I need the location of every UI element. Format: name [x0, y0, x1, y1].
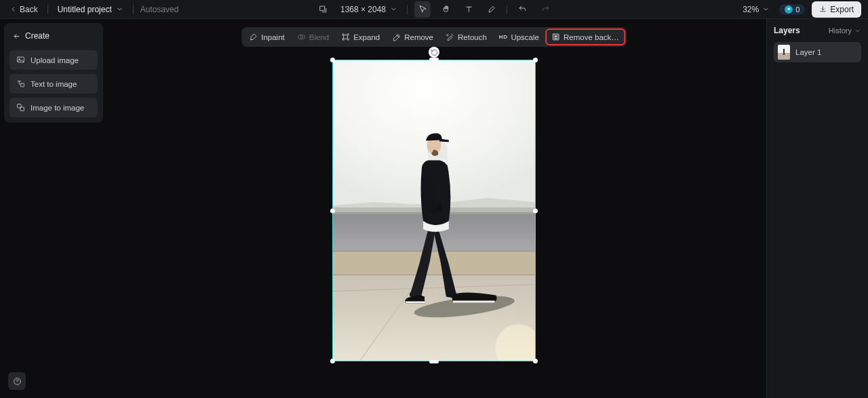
canvas-size-dropdown[interactable]: 1368 × 2048: [338, 3, 400, 16]
help-icon: [13, 377, 22, 386]
canvas-image[interactable]: [333, 60, 535, 361]
chevron-down-icon: [854, 27, 861, 35]
zoom-dropdown[interactable]: 32%: [740, 3, 772, 16]
insert-left-icon: [12, 32, 21, 41]
create-panel-title: Create: [9, 28, 98, 46]
svg-rect-11: [406, 301, 425, 303]
canvas[interactable]: [0, 19, 766, 398]
topbar: Back Untitled project Autosaved 1368 × 2…: [0, 0, 868, 19]
text-icon: [465, 5, 473, 14]
redo-button[interactable]: [537, 1, 553, 18]
svg-point-26: [17, 382, 18, 383]
upscale-icon: HD: [499, 34, 508, 40]
selection-box[interactable]: [332, 60, 536, 361]
back-label: Back: [20, 5, 38, 14]
divider: [507, 5, 507, 14]
layer-row[interactable]: Layer 1: [774, 42, 861, 62]
redo-icon: [541, 5, 550, 14]
text-tool[interactable]: [460, 1, 477, 18]
layer-thumbnail: [778, 45, 790, 60]
remove-bg-icon: [551, 33, 560, 41]
zoom-label: 32%: [743, 5, 759, 14]
remove-icon: [392, 33, 401, 41]
retouch-icon: [446, 33, 454, 41]
svg-rect-4: [333, 252, 535, 275]
blend-icon: [297, 33, 306, 41]
layers-title: Layers: [774, 26, 800, 35]
download-icon: [819, 5, 827, 13]
image-to-image-icon: [16, 103, 25, 112]
help-button[interactable]: [8, 372, 26, 390]
resize-handle-n[interactable]: [429, 58, 439, 61]
resize-handle-ne[interactable]: [533, 58, 538, 62]
upscale-button[interactable]: HD Upscale: [494, 30, 545, 45]
upload-image-button[interactable]: Upload image: [9, 50, 98, 70]
export-button[interactable]: Export: [812, 1, 861, 18]
resize-handle-sw[interactable]: [330, 359, 335, 363]
project-name: Untitled project: [58, 5, 112, 14]
text-to-image-icon: [16, 79, 25, 88]
retouch-button[interactable]: Retouch: [440, 29, 492, 45]
brush-icon: [488, 5, 496, 14]
rotate-handle[interactable]: [429, 47, 439, 58]
autosave-status: Autosaved: [140, 5, 179, 14]
image-to-image-button[interactable]: Image to image: [9, 98, 98, 117]
resize-handle-e[interactable]: [533, 208, 538, 213]
chevron-down-icon: [762, 5, 770, 13]
resize-handle-se[interactable]: [533, 359, 538, 363]
text-to-image-button[interactable]: Text to image: [9, 74, 98, 94]
svg-rect-22: [344, 35, 347, 39]
remove-background-button[interactable]: Remove back…: [546, 29, 625, 45]
resize-handle-w[interactable]: [330, 208, 335, 213]
layers-panel: Layers History Layer 1: [766, 19, 868, 398]
upload-image-label: Upload image: [31, 56, 79, 64]
svg-rect-13: [320, 6, 325, 11]
chevron-down-icon: [116, 5, 123, 13]
brush-tool[interactable]: [484, 1, 500, 18]
resize-handle-s[interactable]: [429, 360, 439, 363]
select-tool[interactable]: [414, 1, 431, 18]
credits-pill[interactable]: ✦ 0: [779, 4, 805, 15]
back-button[interactable]: Back: [7, 3, 41, 16]
project-name-dropdown[interactable]: Untitled project: [55, 3, 126, 16]
remove-button[interactable]: Remove: [387, 29, 439, 45]
inpaint-button[interactable]: Inpaint: [243, 29, 290, 45]
chevron-left-icon: [9, 5, 17, 13]
inpaint-icon: [249, 33, 258, 41]
svg-rect-17: [21, 83, 24, 87]
image-to-image-label: Image to image: [31, 104, 84, 112]
credits-count: 0: [795, 5, 800, 14]
canvas-resize-icon: [318, 5, 327, 14]
divider: [133, 5, 134, 14]
divider: [407, 5, 408, 14]
divider: [47, 5, 48, 14]
upload-image-icon: [16, 56, 25, 64]
resize-handle-nw[interactable]: [330, 58, 335, 62]
svg-rect-10: [453, 300, 495, 302]
credits-icon: ✦: [785, 5, 793, 14]
expand-button[interactable]: Expand: [336, 29, 385, 45]
undo-icon: [518, 5, 527, 14]
hand-tool[interactable]: [437, 1, 454, 18]
expand-icon: [341, 33, 350, 41]
blend-button: Blend: [292, 29, 334, 45]
context-toolbar: Inpaint Blend Expand Remove Retouch HD U…: [241, 27, 627, 47]
cursor-icon: [418, 5, 427, 14]
layer-name: Layer 1: [795, 48, 821, 56]
svg-point-24: [555, 36, 557, 38]
canvas-settings-button[interactable]: [315, 1, 331, 18]
hand-icon: [441, 5, 450, 14]
export-label: Export: [830, 5, 854, 14]
undo-button[interactable]: [514, 1, 530, 18]
chevron-down-icon: [390, 5, 397, 13]
text-to-image-label: Text to image: [31, 80, 77, 88]
canvas-size-label: 1368 × 2048: [340, 5, 386, 14]
create-panel: Create Upload image Text to image Image …: [4, 23, 103, 123]
history-dropdown[interactable]: History: [829, 26, 861, 35]
